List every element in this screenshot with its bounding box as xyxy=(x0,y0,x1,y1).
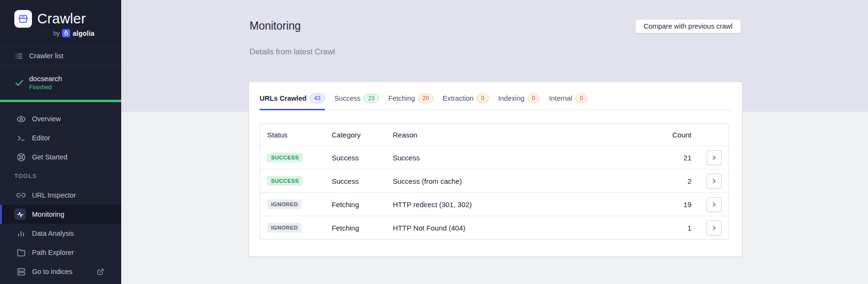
algolia-icon xyxy=(62,29,70,37)
category-cell: Fetching xyxy=(332,200,393,209)
chevron-right-icon xyxy=(711,155,717,161)
eye-icon xyxy=(16,115,26,124)
tab-label: Indexing xyxy=(498,95,524,102)
sidebar-item-label: Path Explorer xyxy=(32,249,74,256)
reason-cell: Success xyxy=(393,154,634,162)
activity-icon xyxy=(14,209,26,220)
page-title: Monitoring xyxy=(250,20,301,32)
column-header-count: Count xyxy=(634,131,691,139)
category-cell: Success xyxy=(332,177,393,185)
sidebar-item-url-inspector[interactable]: URL Inspector xyxy=(0,186,121,205)
tab-internal[interactable]: Internal 0 xyxy=(549,94,587,110)
sidebar-item-label: Get Started xyxy=(32,153,67,161)
count-value: 21 xyxy=(634,154,691,162)
crawler-logo: Crawler by algolia xyxy=(0,0,121,47)
external-link-icon xyxy=(97,268,104,275)
count-value: 1 xyxy=(634,224,691,232)
compare-with-previous-crawl-button[interactable]: Compare with previous crawl xyxy=(635,19,741,33)
status-badge: SUCCESS xyxy=(267,176,303,186)
folder-icon xyxy=(16,248,26,257)
sidebar-item-get-started[interactable]: Get Started xyxy=(0,147,121,167)
crawler-name: docsearch xyxy=(29,74,62,83)
category-cell: Success xyxy=(332,154,393,162)
check-icon xyxy=(14,78,24,88)
tab-count-badge: 0 xyxy=(528,94,540,103)
reason-cell: HTTP Not Found (404) xyxy=(393,224,634,232)
table-header-row: Status Category Reason Count xyxy=(260,124,729,146)
status-badge: IGNORED xyxy=(267,223,302,232)
chevron-right-icon xyxy=(711,178,717,184)
table-row: IGNORED Fetching HTTP Not Found (404) 1 xyxy=(260,216,729,239)
by-label: by xyxy=(53,30,60,37)
main-content: Monitoring Compare with previous crawl D… xyxy=(121,0,868,284)
page-subtitle: Details from latest Crawl xyxy=(250,47,335,56)
sidebar-item-label: Editor xyxy=(32,134,50,142)
bar-chart-icon xyxy=(16,229,26,238)
column-header-reason: Reason xyxy=(393,131,634,139)
tab-urls-crawled[interactable]: URLs Crawled 43 xyxy=(260,94,325,110)
sidebar-item-label: URL Inspector xyxy=(32,191,76,199)
row-expand-button[interactable] xyxy=(707,221,722,235)
list-icon xyxy=(15,52,23,60)
status-badge: IGNORED xyxy=(267,200,302,209)
lifebuoy-icon xyxy=(16,153,26,162)
tab-count-badge: 0 xyxy=(575,94,587,103)
sidebar: Crawler by algolia xyxy=(0,0,121,284)
sidebar-nav: Overview Editor Get St xyxy=(0,102,121,281)
sidebar-item-label: Crawler list xyxy=(29,52,63,60)
column-header-category: Category xyxy=(332,131,393,139)
sidebar-item-label: Monitoring xyxy=(32,210,64,218)
table-row: SUCCESS Success Success (from cache) 2 xyxy=(260,169,729,192)
reason-cell: HTTP redirect (301, 302) xyxy=(393,200,634,209)
sidebar-item-monitoring[interactable]: Monitoring xyxy=(0,205,121,224)
row-expand-button[interactable] xyxy=(707,197,722,212)
status-tabs: URLs Crawled 43 Success 23 Fetching 20 E… xyxy=(260,82,732,110)
row-expand-button[interactable] xyxy=(707,174,722,189)
tab-success[interactable]: Success 23 xyxy=(335,94,379,110)
count-value: 19 xyxy=(634,200,691,209)
tab-indexing[interactable]: Indexing 0 xyxy=(498,94,540,110)
count-value: 2 xyxy=(634,177,691,185)
status-badge: SUCCESS xyxy=(267,153,303,162)
tab-fetching[interactable]: Fetching 20 xyxy=(388,94,433,110)
tab-count-badge: 23 xyxy=(364,94,378,103)
table-row: SUCCESS Success Success 21 xyxy=(260,146,729,169)
tools-section-header: TOOLS xyxy=(0,167,121,186)
current-crawler-selector[interactable]: docsearch Finished xyxy=(0,65,121,100)
tab-label: Success xyxy=(335,95,361,102)
tab-extraction[interactable]: Extraction 0 xyxy=(443,94,489,110)
sidebar-item-editor[interactable]: Editor xyxy=(0,128,121,147)
crawler-status: Finished xyxy=(29,84,62,91)
monitoring-card: URLs Crawled 43 Success 23 Fetching 20 E… xyxy=(249,82,743,257)
link-icon xyxy=(16,190,26,200)
sidebar-item-crawler-list[interactable]: Crawler list xyxy=(0,47,121,65)
tab-label: URLs Crawled xyxy=(260,95,306,102)
sidebar-item-label: Overview xyxy=(32,115,61,123)
tab-label: Extraction xyxy=(443,95,473,102)
tab-count-badge: 43 xyxy=(310,94,324,103)
sidebar-item-overview[interactable]: Overview xyxy=(0,109,121,128)
app-window: Crawler by algolia xyxy=(0,0,868,284)
crawler-logo-icon xyxy=(14,10,32,28)
column-header-status: Status xyxy=(260,131,332,139)
tab-count-badge: 20 xyxy=(418,94,433,103)
table-row: IGNORED Fetching HTTP redirect (301, 302… xyxy=(260,192,729,216)
server-icon xyxy=(16,267,26,276)
chevron-right-icon xyxy=(711,201,717,208)
brand-name: algolia xyxy=(73,30,94,37)
tab-label: Internal xyxy=(549,95,572,102)
terminal-icon xyxy=(16,134,26,142)
sidebar-item-label: Data Analysis xyxy=(32,230,74,237)
tab-count-badge: 0 xyxy=(477,94,489,103)
sidebar-item-path-explorer[interactable]: Path Explorer xyxy=(0,243,121,262)
sidebar-item-label: Go to indices xyxy=(32,268,73,275)
category-cell: Fetching xyxy=(332,224,393,232)
chevron-right-icon xyxy=(711,225,717,231)
product-name: Crawler xyxy=(37,11,86,27)
row-expand-button[interactable] xyxy=(707,150,722,165)
crawl-results-table: Status Category Reason Count SUCCESS Suc… xyxy=(260,123,729,240)
tab-label: Fetching xyxy=(388,95,415,102)
reason-cell: Success (from cache) xyxy=(393,177,634,185)
sidebar-item-data-analysis[interactable]: Data Analysis xyxy=(0,224,121,243)
sidebar-item-go-to-indices[interactable]: Go to indices xyxy=(0,262,121,281)
